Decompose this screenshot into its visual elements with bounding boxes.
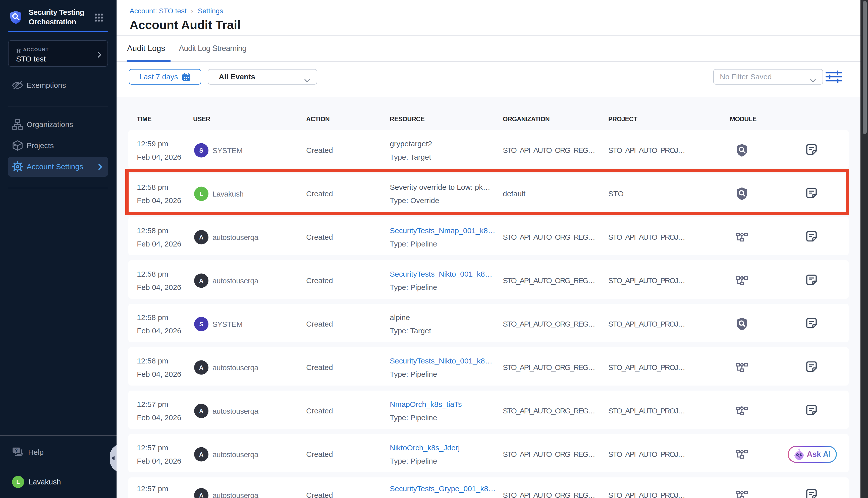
svg-text:?: ?	[15, 448, 18, 453]
